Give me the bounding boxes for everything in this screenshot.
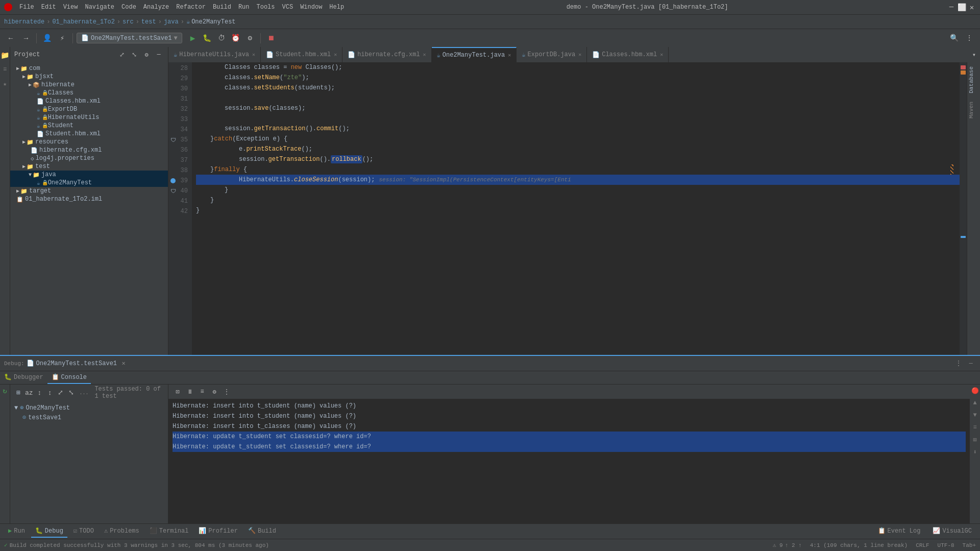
search-everywhere-button[interactable]: 🔍 — [947, 32, 961, 45]
breadcrumb-hibernatede[interactable]: hibernatede — [4, 18, 44, 26]
tab-close-classes-hbm[interactable]: ✕ — [660, 52, 663, 58]
tab-close-one2manytest[interactable]: ✕ — [508, 52, 511, 58]
tab-hibernateutils[interactable]: ☕ HibernateUtils.java ✕ — [168, 47, 261, 62]
structure-icon[interactable]: ≡ — [1, 65, 9, 74]
tree-item-test[interactable]: ▶ 📁 test — [10, 162, 168, 171]
run-config-selector[interactable]: 📄 One2ManyTest.testSave1 ▼ — [77, 33, 182, 43]
stop-button[interactable]: ⏹ — [264, 32, 278, 45]
console-pause-button[interactable]: ⏸ — [185, 387, 195, 397]
rerun-button[interactable]: ↻ — [3, 387, 7, 395]
breadcrumb-test[interactable]: test — [141, 18, 156, 26]
terminal-tab-button[interactable]: ⬛ Terminal — [145, 525, 193, 538]
breadcrumb-file[interactable]: ☕ One2ManyTest — [186, 18, 236, 26]
sort-alpha-button[interactable]: az — [25, 387, 34, 398]
breadcrumb-src[interactable]: src — [122, 18, 134, 26]
build-tab-button[interactable]: 🔨 Build — [244, 525, 280, 538]
scroll-down-button[interactable]: ▼ — [971, 411, 979, 419]
expand-all-button[interactable]: ↕ — [46, 387, 55, 398]
tree-item-log4j[interactable]: ◇ log4j.properties — [10, 154, 168, 162]
breadcrumb-module[interactable]: 01_habernate_1To2 — [52, 18, 114, 26]
profiler-tab-button[interactable]: 📊 Profiler — [194, 525, 242, 538]
sidebar-collapse-button[interactable]: ⤡ — [129, 50, 139, 60]
console-more-button[interactable]: ⋮ — [222, 387, 232, 397]
menu-tools[interactable]: Tools — [254, 3, 278, 12]
minimize-button[interactable]: ─ — [947, 3, 955, 11]
run-tab-button[interactable]: ▶ Run — [4, 525, 29, 538]
debugger-tab[interactable]: 🐛 Debugger — [0, 371, 47, 384]
bookmark-icon[interactable]: ★ — [1, 80, 9, 88]
cursor-position[interactable]: 4:1 (109 chars, 1 line break) — [810, 542, 908, 548]
tab-one2manytest[interactable]: ☕ One2ManyTest.java ✕ — [432, 47, 517, 62]
menu-help[interactable]: Help — [326, 3, 347, 12]
tab-student-hbm[interactable]: 📄 Student.hbm.xml ✕ — [261, 47, 342, 62]
back-button[interactable]: ← — [4, 32, 17, 45]
more-run-button[interactable]: ⚙ — [243, 32, 257, 45]
collapse-tree-button[interactable]: ⤡ — [67, 387, 76, 398]
menu-edit[interactable]: Edit — [38, 3, 59, 12]
console-wrap-button[interactable]: ≡ — [197, 387, 207, 397]
tab-classes-hbm[interactable]: 📄 Classes.hbm.xml ✕ — [587, 47, 669, 62]
console-clear-button[interactable]: ⊡ — [173, 387, 183, 397]
tree-item-exportdb[interactable]: ☕ 🔒 ExportDB — [10, 105, 168, 113]
indent-mode[interactable]: Tab+ — [963, 542, 976, 548]
menu-refactor[interactable]: Refactor — [173, 3, 209, 12]
menu-file[interactable]: File — [16, 3, 37, 12]
line-ending[interactable]: CRLF — [916, 542, 929, 548]
console-settings-button[interactable]: ⚙ — [209, 387, 219, 397]
restore-layout-button[interactable]: ⊞ — [14, 387, 23, 398]
menu-code[interactable]: Code — [118, 3, 139, 12]
console-tab[interactable]: 📋 Console — [47, 371, 91, 384]
settings-button[interactable]: ⋮ — [963, 32, 976, 45]
maven-tab[interactable]: Maven — [967, 98, 980, 123]
layout-button[interactable]: ⊞ — [971, 436, 979, 444]
test-item-testsave1[interactable]: ⊙ testSave1 — [12, 413, 166, 422]
coverage-button[interactable]: ⏱ — [215, 32, 228, 45]
database-tab[interactable]: Database — [967, 62, 980, 98]
debug-tab-button[interactable]: 🐛 Debug — [31, 525, 67, 538]
run-button[interactable]: ▶ — [186, 32, 200, 45]
menu-navigate[interactable]: Navigate — [82, 3, 117, 12]
stop-run-button[interactable]: 🔴 — [971, 387, 979, 395]
expand-tree-button[interactable]: ⤢ — [56, 387, 65, 398]
problems-tab-button[interactable]: ⚠ Problems — [100, 525, 143, 538]
test-item-one2manytest[interactable]: ▼ ⊕ One2ManyTest — [12, 403, 166, 413]
sidebar-expand-button[interactable]: ⤢ — [117, 50, 127, 60]
close-button[interactable]: ✕ — [968, 3, 976, 11]
git-button[interactable]: ⚡ — [56, 32, 69, 45]
debug-more-button[interactable]: ⋮ — [953, 358, 964, 369]
tab-close-hibernate-cfg[interactable]: ✕ — [423, 52, 426, 58]
tab-exportdb[interactable]: ☕ ExportDB.java ✕ — [517, 47, 587, 62]
tree-item-com[interactable]: ▶ 📁 com — [10, 64, 168, 73]
tab-overflow-chevron[interactable]: ▾ — [968, 51, 980, 59]
tree-item-hibernate-cfg[interactable]: 📄 hibernate.cfg.xml — [10, 146, 168, 154]
tree-item-bjsxt[interactable]: ▶ 📁 bjsxt — [10, 73, 168, 81]
debug-close-button[interactable]: ✕ — [119, 359, 128, 368]
debug-run-button[interactable]: 🐛 — [201, 32, 214, 45]
menu-window[interactable]: Window — [297, 3, 325, 12]
breadcrumb-java[interactable]: java — [164, 18, 179, 26]
menu-analyze[interactable]: Analyze — [140, 3, 172, 12]
sidebar-close-button[interactable]: ─ — [154, 50, 164, 60]
align-button[interactable]: ≡ — [971, 423, 979, 432]
tree-item-hibernate[interactable]: ▶ 📦 hibernate — [10, 81, 168, 89]
tree-item-student-hbm[interactable]: 📄 Student.hbm.xml — [10, 130, 168, 138]
menu-build[interactable]: Build — [210, 3, 234, 12]
sort-dur-button[interactable]: ↕ — [35, 387, 44, 398]
tree-item-resources[interactable]: ▶ 📁 resources — [10, 138, 168, 146]
project-icon[interactable]: 📁 — [1, 51, 9, 59]
forward-button[interactable]: → — [19, 32, 33, 45]
tree-item-iml[interactable]: 📋 01_habernate_1To2.iml — [10, 195, 168, 203]
tree-item-one2manytest[interactable]: ☕ 🔒 One2ManyTest — [10, 179, 168, 187]
debug-minimize-button[interactable]: ─ — [966, 358, 976, 369]
maximize-button[interactable]: ⬜ — [958, 3, 966, 11]
menu-view[interactable]: View — [60, 3, 81, 12]
event-log-button[interactable]: 📋 Event Log — [874, 525, 925, 538]
warnings-indicator[interactable]: ⚠ 9 ↑ 2 ↑ — [773, 542, 802, 548]
todo-tab-button[interactable]: ☑ TODO — [69, 525, 98, 538]
tab-close-exportdb[interactable]: ✕ — [578, 52, 581, 58]
tree-item-student[interactable]: ☕ 🔒 Student — [10, 122, 168, 130]
scroll-up-button[interactable]: ▲ — [971, 399, 979, 407]
tab-close-hibernateutils[interactable]: ✕ — [252, 52, 255, 58]
project-config-button[interactable]: 👤 — [40, 32, 54, 45]
menu-run[interactable]: Run — [235, 3, 253, 12]
